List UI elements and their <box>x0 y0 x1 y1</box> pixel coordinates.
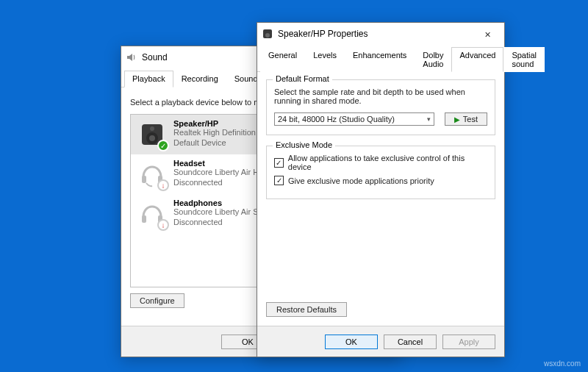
svg-point-2 <box>149 135 155 141</box>
checkbox-icon[interactable]: ✓ <box>274 176 284 185</box>
format-dropdown[interactable]: 24 bit, 48000 Hz (Studio Quality) ▾ <box>274 112 434 126</box>
exclusive-priority-label: Give exclusive mode applications priorit… <box>288 176 434 185</box>
exclusive-control-row[interactable]: ✓ Allow applications to take exclusive c… <box>274 154 487 171</box>
exclusive-control-label: Allow applications to take exclusive con… <box>288 154 487 171</box>
svg-point-3 <box>150 126 154 131</box>
svg-point-9 <box>265 33 270 37</box>
properties-title: Speaker/HP Properties <box>278 29 475 39</box>
chevron-down-icon: ▾ <box>427 115 431 123</box>
tab-levels[interactable]: Levels <box>305 47 345 72</box>
svg-rect-4 <box>142 176 146 183</box>
format-value: 24 bit, 48000 Hz (Studio Quality) <box>278 115 395 124</box>
play-icon: ▶ <box>454 115 460 124</box>
ok-button[interactable]: OK <box>325 335 378 349</box>
properties-titlebar[interactable]: Speaker/HP Properties ✕ <box>257 23 504 45</box>
svg-rect-6 <box>142 215 146 223</box>
headset-icon: ↓ <box>137 159 168 190</box>
speaker-icon: ✓ <box>137 119 168 150</box>
properties-dialog-buttons: OK Cancel Apply <box>257 326 504 357</box>
watermark: wsxdn.com <box>544 360 581 368</box>
tab-spatial-sound[interactable]: Spatial sound <box>503 47 545 72</box>
properties-tabs: General Levels Enhancements Dolby Audio … <box>257 46 504 72</box>
restore-defaults-button[interactable]: Restore Defaults <box>266 302 347 317</box>
properties-body: Default Format Select the sample rate an… <box>257 72 504 217</box>
default-format-legend: Default Format <box>273 74 332 83</box>
tab-playback[interactable]: Playback <box>124 71 173 87</box>
configure-button[interactable]: Configure <box>130 293 184 308</box>
headphones-icon: ↓ <box>137 198 168 229</box>
apply-button[interactable]: Apply <box>442 335 495 349</box>
default-format-desc: Select the sample rate and bit depth to … <box>274 87 487 105</box>
tab-advanced[interactable]: Advanced <box>451 47 503 72</box>
disconnected-badge-icon: ↓ <box>157 179 169 191</box>
exclusive-mode-legend: Exclusive Mode <box>273 140 335 149</box>
default-format-group: Default Format Select the sample rate an… <box>266 79 495 135</box>
checkbox-icon[interactable]: ✓ <box>274 158 284 168</box>
tab-enhancements[interactable]: Enhancements <box>345 47 415 72</box>
exclusive-mode-group: Exclusive Mode ✓ Allow applications to t… <box>266 146 495 199</box>
tab-dolby-audio[interactable]: Dolby Audio <box>415 47 451 72</box>
test-label: Test <box>463 115 478 124</box>
close-icon: ✕ <box>484 30 491 39</box>
tab-general[interactable]: General <box>260 47 305 72</box>
cancel-button[interactable]: Cancel <box>384 335 437 349</box>
default-badge-icon: ✓ <box>157 140 169 151</box>
speaker-small-icon <box>262 28 273 40</box>
properties-window: Speaker/HP Properties ✕ General Levels E… <box>257 22 505 357</box>
tab-recording[interactable]: Recording <box>173 71 226 87</box>
close-button[interactable]: ✕ <box>475 24 500 44</box>
sound-icon <box>126 51 137 63</box>
test-button[interactable]: ▶ Test <box>445 112 487 126</box>
disconnected-badge-icon: ↓ <box>157 219 169 231</box>
exclusive-priority-row[interactable]: ✓ Give exclusive mode applications prior… <box>274 176 487 185</box>
